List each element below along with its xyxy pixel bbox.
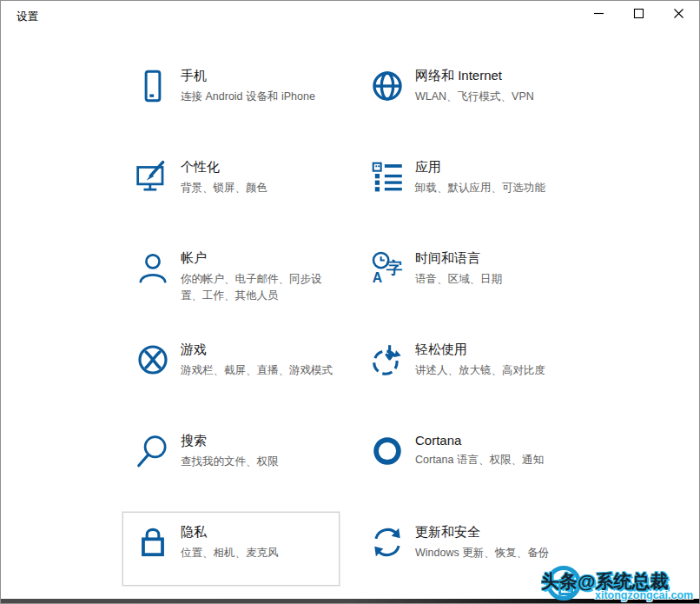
phone-icon bbox=[135, 68, 171, 104]
category-title: 隐私 bbox=[181, 524, 279, 541]
category-subtitle: 讲述人、放大镜、高对比度 bbox=[415, 362, 545, 379]
category-subtitle: Windows 更新、恢复、备份 bbox=[415, 545, 549, 561]
category-subtitle: 游戏栏、截屏、直播、游戏模式 bbox=[181, 362, 333, 379]
category-title: 帐户 bbox=[181, 250, 339, 267]
apps-list-icon bbox=[369, 159, 406, 196]
settings-category-5[interactable]: 帐户 你的帐户、电子邮件、同步设置、工作、其他人员 bbox=[122, 238, 340, 312]
category-subtitle: 背景、锁屏、颜色 bbox=[181, 180, 267, 196]
close-button[interactable] bbox=[658, 2, 698, 28]
svg-text:A: A bbox=[373, 270, 382, 285]
settings-category-7[interactable]: 游戏 游戏栏、截屏、直播、游戏模式 bbox=[122, 329, 340, 403]
globe-icon bbox=[369, 68, 406, 104]
settings-category-3[interactable]: 个性化 背景、锁屏、颜色 bbox=[122, 147, 340, 221]
close-icon bbox=[673, 8, 684, 22]
settings-window: 设置 手机 连接 Android 设备和 iPhone bbox=[0, 0, 700, 604]
minimize-button[interactable] bbox=[578, 2, 618, 28]
lock-icon bbox=[135, 524, 171, 561]
search-icon bbox=[135, 433, 171, 469]
category-subtitle: Cortana 语言、权限、通知 bbox=[415, 452, 544, 468]
window-controls bbox=[578, 2, 698, 28]
settings-category-8[interactable]: 轻松使用 讲述人、放大镜、高对比度 bbox=[357, 329, 591, 403]
sync-arrows-icon bbox=[369, 524, 406, 561]
minimize-icon bbox=[593, 8, 604, 22]
settings-category-11[interactable]: 隐私 位置、相机、麦克风 bbox=[122, 512, 340, 586]
settings-category-2[interactable]: 网络和 Internet WLAN、飞行模式、VPN bbox=[357, 56, 591, 129]
settings-grid: 手机 连接 Android 设备和 iPhone 网络和 Internet WL… bbox=[122, 56, 591, 586]
category-subtitle: WLAN、飞行模式、VPN bbox=[415, 89, 534, 105]
watermark: 头条@系统总裁 xitongzongcai.com bbox=[541, 560, 699, 603]
category-subtitle: 连接 Android 设备和 iPhone bbox=[181, 89, 315, 105]
settings-category-9[interactable]: 搜索 查找我的文件、权限 bbox=[122, 421, 340, 494]
ease-of-access-icon bbox=[369, 342, 406, 378]
category-title: 时间和语言 bbox=[415, 250, 502, 267]
window-title: 设置 bbox=[17, 10, 38, 24]
cortana-ring-icon bbox=[369, 433, 406, 469]
category-title: 应用 bbox=[415, 159, 545, 176]
settings-category-6[interactable]: 字A 时间和语言 语音、区域、日期 bbox=[357, 238, 591, 312]
category-title: 网络和 Internet bbox=[415, 68, 534, 84]
category-title: 个性化 bbox=[181, 159, 267, 176]
maximize-button[interactable] bbox=[618, 2, 658, 28]
category-title: Cortana bbox=[415, 433, 544, 448]
settings-category-4[interactable]: 应用 卸载、默认应用、可选功能 bbox=[357, 147, 591, 221]
maximize-icon bbox=[633, 8, 644, 22]
clock-language-icon: 字A bbox=[369, 250, 406, 287]
settings-category-10[interactable]: Cortana Cortana 语言、权限、通知 bbox=[357, 421, 591, 494]
personalization-icon bbox=[135, 159, 171, 196]
watermark-url: xitongzongcai.com bbox=[595, 589, 693, 601]
category-subtitle: 你的帐户、电子邮件、同步设置、工作、其他人员 bbox=[181, 271, 339, 304]
category-subtitle: 卸载、默认应用、可选功能 bbox=[415, 180, 545, 196]
settings-category-1[interactable]: 手机 连接 Android 设备和 iPhone bbox=[122, 56, 340, 129]
category-subtitle: 语音、区域、日期 bbox=[415, 271, 502, 288]
xbox-icon bbox=[135, 342, 171, 378]
category-title: 轻松使用 bbox=[415, 342, 545, 358]
person-icon bbox=[135, 250, 171, 287]
category-title: 游戏 bbox=[181, 342, 333, 358]
category-title: 搜索 bbox=[181, 433, 279, 449]
category-title: 手机 bbox=[181, 68, 315, 84]
category-subtitle: 查找我的文件、权限 bbox=[181, 454, 279, 470]
titlebar[interactable]: 设置 bbox=[2, 2, 698, 30]
category-subtitle: 位置、相机、麦克风 bbox=[181, 545, 279, 561]
category-title: 更新和安全 bbox=[415, 524, 549, 541]
svg-text:字: 字 bbox=[386, 259, 402, 277]
